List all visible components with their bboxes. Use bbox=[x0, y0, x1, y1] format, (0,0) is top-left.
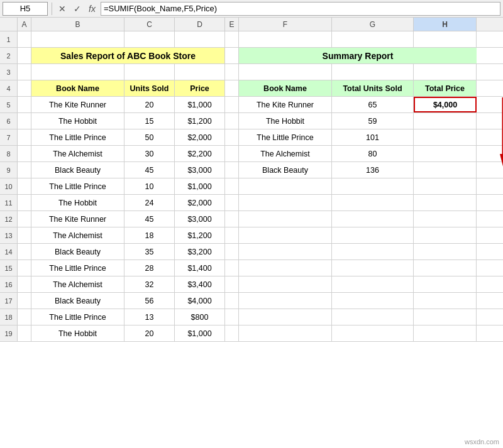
table-row: 18The Little Prince13$800 bbox=[0, 309, 503, 325]
row-number: 1 bbox=[0, 31, 18, 47]
col-header-e[interactable]: E bbox=[225, 18, 239, 31]
svg-marker-1 bbox=[500, 154, 503, 167]
col-header-a[interactable]: A bbox=[18, 18, 31, 31]
selected-h5-cell[interactable]: $4,000 bbox=[414, 97, 477, 112]
col-header-f[interactable]: F bbox=[239, 18, 332, 31]
row-number: 5 bbox=[0, 97, 18, 112]
confirm-formula-btn[interactable]: ✓ bbox=[71, 3, 84, 15]
col-header-g[interactable]: G bbox=[332, 18, 414, 31]
row-number: 15 bbox=[0, 260, 18, 276]
table-row: 3 bbox=[0, 64, 503, 80]
table-row: 7The Little Prince50$2,000The Little Pri… bbox=[0, 129, 503, 146]
row-number: 10 bbox=[0, 178, 18, 194]
formula-bar-separator bbox=[52, 3, 52, 15]
table-row: 1 bbox=[0, 31, 503, 48]
table-row: 13The Alchemist18$1,200 bbox=[0, 227, 503, 244]
table-row: 17Black Beauty56$4,000 bbox=[0, 293, 503, 309]
cancel-formula-btn[interactable]: ✕ bbox=[56, 3, 69, 15]
fx-label: fx bbox=[89, 4, 96, 14]
table-row: 8The Alchemist30$2,200The Alchemist80 bbox=[0, 146, 503, 162]
table-row: 15The Little Prince28$1,400 bbox=[0, 260, 503, 276]
table-row: 4Book NameUnits SoldPriceBook NameTotal … bbox=[0, 80, 503, 97]
row-number: 18 bbox=[0, 309, 18, 325]
row-number: 7 bbox=[0, 129, 18, 145]
table-row: 9Black Beauty45$3,000Black Beauty136 bbox=[0, 162, 503, 178]
column-header-row: A B C D E F G H bbox=[0, 18, 503, 31]
col-header-b[interactable]: B bbox=[31, 18, 124, 31]
row-number: 2 bbox=[0, 48, 18, 63]
row-number: 6 bbox=[0, 113, 18, 129]
table-row: 2Sales Report of ABC Book StoreSummary R… bbox=[0, 48, 503, 64]
col-header-d[interactable]: D bbox=[175, 18, 225, 31]
formula-input[interactable] bbox=[101, 2, 500, 16]
row-number: 16 bbox=[0, 276, 18, 292]
col-header-h[interactable]: H bbox=[414, 18, 477, 31]
row-number: 4 bbox=[0, 80, 18, 96]
table-row: 14Black Beauty35$3,200 bbox=[0, 244, 503, 260]
row-number: 12 bbox=[0, 211, 18, 227]
cell-ref-box[interactable] bbox=[3, 2, 48, 16]
left-title: Sales Report of ABC Book Store bbox=[31, 48, 225, 63]
table-row: 19The Hobbit20$1,000 bbox=[0, 325, 503, 342]
row-number: 9 bbox=[0, 162, 18, 178]
col-header-c[interactable]: C bbox=[124, 18, 175, 31]
watermark: wsxdn.com bbox=[465, 438, 499, 445]
row-num-header bbox=[0, 18, 18, 31]
row-number: 11 bbox=[0, 195, 18, 210]
table-row: 12The Kite Runner45$3,000 bbox=[0, 211, 503, 227]
table-row: 16The Alchemist32$3,400 bbox=[0, 276, 503, 293]
row-number: 8 bbox=[0, 146, 18, 161]
table-row: 10The Little Prince10$1,000 bbox=[0, 178, 503, 195]
table-row: 5The Kite Runner20$1,000The Kite Runner6… bbox=[0, 97, 503, 113]
table-row: 11The Hobbit24$2,000 bbox=[0, 195, 503, 211]
row-number: 17 bbox=[0, 293, 18, 309]
row-number: 13 bbox=[0, 227, 18, 243]
row-number: 3 bbox=[0, 64, 18, 80]
row-number: 14 bbox=[0, 244, 18, 260]
row-number: 19 bbox=[0, 325, 18, 341]
formula-bar: ✕ ✓ fx bbox=[0, 0, 503, 18]
right-title: Summary Report bbox=[239, 48, 477, 63]
spreadsheet: 12Sales Report of ABC Book StoreSummary … bbox=[0, 31, 503, 342]
table-row: 6The Hobbit15$1,200The Hobbit59 bbox=[0, 113, 503, 129]
